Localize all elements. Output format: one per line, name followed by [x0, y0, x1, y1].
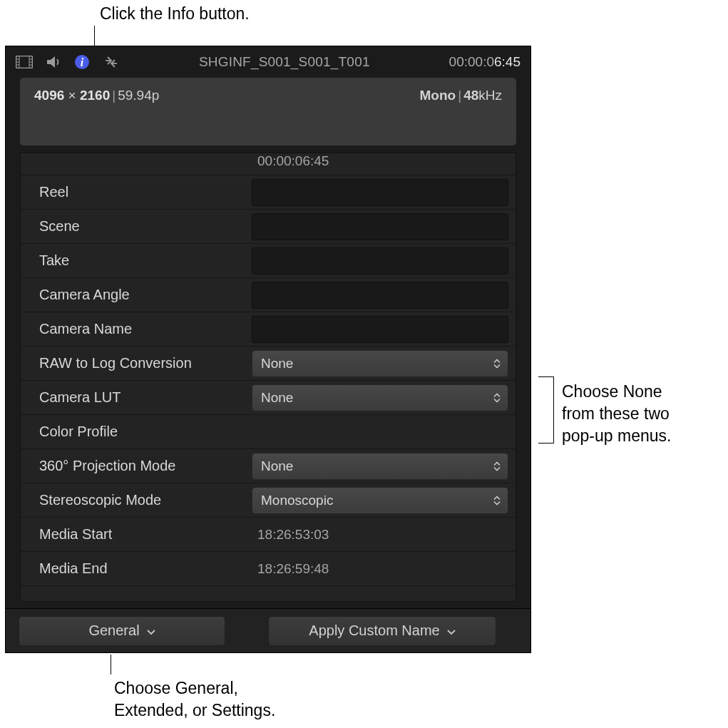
- input-camera-name[interactable]: [252, 316, 508, 343]
- callout-line: [94, 26, 95, 47]
- callout-text: Extended, or Settings.: [114, 699, 275, 722]
- callout-text: Choose None: [562, 381, 671, 403]
- row-camera-angle: Camera Angle: [21, 277, 516, 312]
- label-camera-name: Camera Name: [21, 321, 249, 337]
- audio-unit: kHz: [478, 88, 502, 103]
- button-label: General: [88, 622, 139, 639]
- label-camera-lut: Camera LUT: [21, 389, 249, 406]
- popup-stereoscopic[interactable]: Monoscopic: [252, 487, 508, 514]
- callout-text: from these two: [562, 403, 671, 425]
- res-sep: ×: [64, 88, 80, 103]
- row-take: Take: [21, 243, 516, 277]
- res-width: 4096: [34, 88, 64, 103]
- popup-value: None: [261, 356, 293, 371]
- media-summary-header: 4096 × 2160|59.94p Mono|48kHz: [20, 78, 516, 145]
- inspector-window: i SHGINF_S001_S001_T001 00:00:06:45 4096…: [5, 46, 531, 653]
- input-reel[interactable]: [252, 179, 508, 206]
- clip-name: SHGINF_S001_S001_T001: [133, 54, 436, 70]
- info-tab-icon[interactable]: i: [74, 54, 90, 70]
- apply-custom-name-popup[interactable]: Apply Custom Name: [268, 616, 496, 646]
- row-camera-name: Camera Name: [21, 312, 516, 346]
- row-stereoscopic: Stereoscopic Mode Monoscopic: [21, 483, 516, 517]
- updown-arrows-icon: [493, 461, 501, 471]
- input-camera-angle[interactable]: [252, 282, 508, 309]
- row-duration: Duration 00:00:06:45: [21, 153, 516, 175]
- metadata-view-popup[interactable]: General: [19, 616, 225, 646]
- popup-raw-to-log[interactable]: None: [252, 350, 508, 377]
- popup-value: None: [261, 390, 293, 406]
- popup-value: None: [261, 458, 293, 474]
- updown-arrows-icon: [493, 496, 501, 505]
- callout-text: Choose General,: [114, 677, 275, 699]
- video-tab-icon[interactable]: [16, 56, 33, 68]
- row-360-projection: 360° Projection Mode None: [21, 448, 516, 483]
- row-scene: Scene: [21, 209, 516, 243]
- value-duration: 00:00:06:45: [249, 153, 516, 169]
- row-color-profile: Color Profile: [21, 414, 516, 448]
- metadata-table: Duration 00:00:06:45 Reel Scene Take Cam…: [20, 153, 516, 602]
- label-reel: Reel: [21, 184, 249, 200]
- inspector-toolbar: i SHGINF_S001_S001_T001 00:00:06:45: [6, 46, 530, 78]
- input-take[interactable]: [252, 247, 508, 275]
- updown-arrows-icon: [493, 359, 501, 368]
- res-height: 2160: [80, 88, 110, 103]
- popup-value: Monoscopic: [261, 493, 333, 508]
- callout-info-button: Click the Info button.: [100, 4, 250, 24]
- callout-popup-menus: Choose None from these two pop-up menus.: [562, 381, 671, 447]
- value-media-end: 18:26:59:48: [249, 561, 516, 577]
- label-duration: Duration: [21, 153, 249, 157]
- callout-line: [111, 655, 111, 675]
- callout-text: pop-up menus.: [562, 425, 671, 447]
- popup-360-projection[interactable]: None: [252, 453, 508, 480]
- audio-rate: 48: [463, 88, 478, 103]
- inspector-bottom-bar: General Apply Custom Name: [6, 608, 530, 652]
- row-camera-lut: Camera LUT None: [21, 380, 516, 414]
- value-media-start: 18:26:53:03: [249, 527, 516, 543]
- row-media-start: Media Start 18:26:53:03: [21, 517, 516, 551]
- share-tab-icon[interactable]: [103, 55, 120, 69]
- label-camera-angle: Camera Angle: [21, 287, 249, 303]
- row-media-end: Media End 18:26:59:48: [21, 551, 516, 585]
- timecode-bright: 6:45: [494, 54, 521, 69]
- audio-tab-icon[interactable]: [46, 55, 61, 69]
- row-raw-to-log: RAW to Log Conversion None: [21, 346, 516, 380]
- input-scene[interactable]: [252, 213, 508, 240]
- audio-channels: Mono: [420, 88, 456, 103]
- label-scene: Scene: [21, 218, 249, 235]
- label-media-end: Media End: [21, 560, 249, 577]
- row-cutoff: [21, 585, 516, 601]
- svg-text:i: i: [81, 56, 84, 68]
- label-360-projection: 360° Projection Mode: [21, 458, 249, 474]
- chevron-down-icon: [447, 622, 456, 639]
- updown-arrows-icon: [493, 393, 501, 402]
- callout-metadata-view: Choose General, Extended, or Settings.: [114, 677, 275, 722]
- callout-bracket: [538, 376, 554, 444]
- label-media-start: Media Start: [21, 526, 249, 543]
- label-take: Take: [21, 252, 249, 269]
- label-stereoscopic: Stereoscopic Mode: [21, 492, 249, 508]
- timecode-display: 00:00:06:45: [449, 54, 521, 70]
- audio-summary: Mono|48kHz: [420, 88, 502, 103]
- row-reel: Reel: [21, 175, 516, 209]
- framerate: 59.94p: [118, 88, 159, 103]
- button-label: Apply Custom Name: [309, 622, 439, 639]
- label-raw-to-log: RAW to Log Conversion: [21, 355, 249, 371]
- label-color-profile: Color Profile: [21, 424, 249, 440]
- timecode-dim: 00:00:0: [449, 54, 494, 69]
- chevron-down-icon: [147, 622, 155, 639]
- popup-camera-lut[interactable]: None: [252, 384, 508, 411]
